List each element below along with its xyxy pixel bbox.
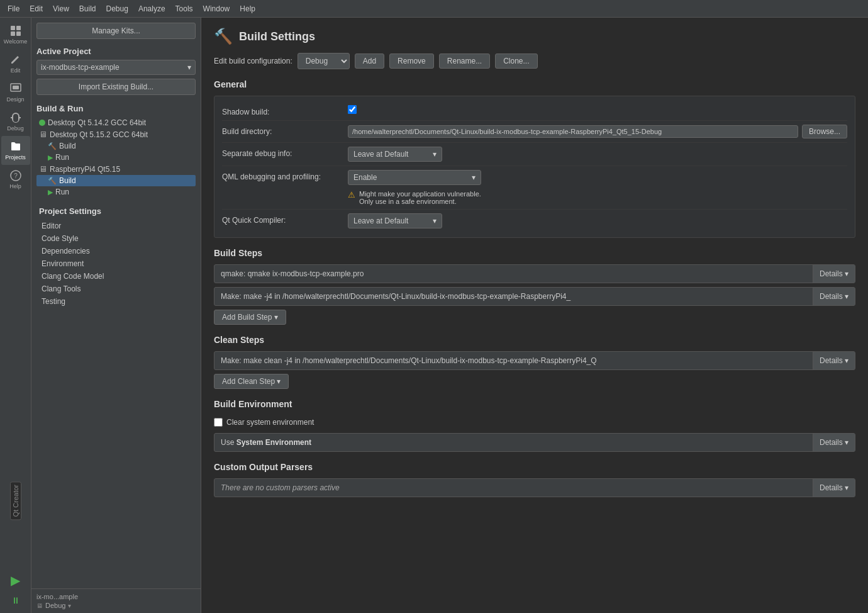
clean-step-make: Make: make clean -j4 in /home/walterprec… xyxy=(214,351,855,370)
sep-debug-dropdown[interactable]: Leave at Default ▾ xyxy=(348,147,442,162)
qml-debug-label: QML debugging and profiling: xyxy=(222,170,348,181)
build-steps-header: Build Steps xyxy=(214,248,855,258)
tree-item-build1[interactable]: 🔨 Build xyxy=(36,140,196,152)
sep-debug-label: Separate debug info: xyxy=(222,147,348,158)
menu-analyze[interactable]: Analyze xyxy=(133,2,170,16)
tree-kit3-label: RaspberryPi4 Qt5.15 xyxy=(50,165,120,174)
import-existing-build-button[interactable]: Import Existing Build... xyxy=(36,79,196,95)
clean-steps-header: Clean Steps xyxy=(214,335,855,345)
sep-debug-row: Separate debug info: Leave at Default ▾ xyxy=(222,143,847,166)
svg-rect-0 xyxy=(11,26,15,30)
build-step-make-text: Make: make -j4 in /home/walterprechtl/Do… xyxy=(221,292,570,301)
browse-button[interactable]: Browse... xyxy=(802,125,847,138)
green-dot-icon xyxy=(39,120,45,126)
build-dir-row: Build directory: /home/walterprechtl/Doc… xyxy=(222,121,847,143)
build-step-qmake-text: qmake: qmake ix-modbus-tcp-example.pro xyxy=(221,269,364,278)
warning-line2: Only use in a safe environment. xyxy=(359,198,481,205)
add-config-button[interactable]: Add xyxy=(355,53,384,69)
qt-quick-dropdown[interactable]: Leave at Default ▾ xyxy=(348,213,442,228)
settings-clang-tools[interactable]: Clang Tools xyxy=(36,283,196,295)
sidebar-item-edit[interactable]: Edit xyxy=(1,49,30,78)
config-row: Edit build configuration: Debug Release … xyxy=(214,53,855,69)
project-dropdown[interactable]: ix-modbus-tcp-example ▾ xyxy=(36,60,196,75)
sidebar-item-debug[interactable]: Debug xyxy=(1,107,30,136)
menu-view[interactable]: View xyxy=(48,2,74,16)
settings-environment[interactable]: Environment xyxy=(36,257,196,270)
parsers-row: There are no custom parsers active Detai… xyxy=(214,478,855,497)
settings-editor[interactable]: Editor xyxy=(36,220,196,232)
warning-block: ⚠ Might make your application vulnerable… xyxy=(348,190,481,205)
tree-kit1-label: Desktop Qt 5.14.2 GCC 64bit xyxy=(48,118,146,127)
sidebar-item-edit-label: Edit xyxy=(11,67,21,74)
manage-kits-button[interactable]: Manage Kits... xyxy=(36,23,196,39)
build-run-title: Build & Run xyxy=(36,104,196,113)
qt-quick-label: Qt Quick Compiler: xyxy=(222,213,348,225)
tree-item-run2[interactable]: ▶ Run xyxy=(36,186,196,198)
menu-build[interactable]: Build xyxy=(74,2,101,16)
no-parsers-text: There are no custom parsers active xyxy=(214,479,813,497)
bottom-run-buttons: ▶ ⏸ xyxy=(8,570,23,613)
menu-file[interactable]: File xyxy=(3,2,25,16)
sidebar-item-projects[interactable]: Projects xyxy=(1,136,30,165)
parsers-details[interactable]: Details ▾ xyxy=(813,479,855,497)
sidebar-item-help[interactable]: ? Help xyxy=(1,165,30,194)
menubar: File Edit View Build Debug Analyze Tools… xyxy=(0,0,868,18)
shadow-build-label: Shadow build: xyxy=(222,105,348,116)
tree-item-build2[interactable]: 🔨 Build xyxy=(36,175,196,186)
add-clean-step-button[interactable]: Add Clean Step ▾ xyxy=(214,374,289,389)
build-settings-title: Build Settings xyxy=(239,30,315,43)
play-icon2: ▶ xyxy=(48,188,53,196)
general-section-header: General xyxy=(214,79,855,89)
clean-step-make-details[interactable]: Details ▾ xyxy=(813,352,855,369)
sidebar-item-debug-label: Debug xyxy=(7,125,24,132)
menu-edit[interactable]: Edit xyxy=(25,2,48,16)
build-settings-header: 🔨 Build Settings xyxy=(214,28,855,45)
sidebar-item-design[interactable]: Design xyxy=(1,78,30,107)
rename-config-button[interactable]: Rename... xyxy=(439,53,490,69)
debug-run-button[interactable]: ⏸ xyxy=(9,593,23,608)
tree-item-run1[interactable]: ▶ Run xyxy=(36,152,196,163)
menu-window[interactable]: Window xyxy=(198,2,235,16)
build-dir-field[interactable]: /home/walterprechtl/Documents/Qt-Linux/b… xyxy=(348,125,798,138)
bottom-project-label: ix-mo...ample xyxy=(36,593,196,600)
run-button[interactable]: ▶ xyxy=(8,570,23,590)
add-build-step-button[interactable]: Add Build Step ▾ xyxy=(214,310,286,325)
settings-code-style[interactable]: Code Style xyxy=(36,232,196,245)
warning-line1: Might make your application vulnerable. xyxy=(359,190,481,198)
tree-build1-label: Build xyxy=(59,142,76,150)
build-env-header: Build Environment xyxy=(214,399,855,409)
remove-config-button[interactable]: Remove xyxy=(389,53,434,69)
shadow-build-row: Shadow build: xyxy=(222,101,847,121)
tree-item-kit2[interactable]: 🖥 Desktop Qt 5.15.2 GCC 64bit xyxy=(36,128,196,140)
menu-help[interactable]: Help xyxy=(235,2,260,16)
clear-env-label: Clear system environment xyxy=(226,418,314,427)
clone-config-button[interactable]: Clone... xyxy=(495,53,537,69)
qt-quick-row: Qt Quick Compiler: Leave at Default ▾ xyxy=(222,210,847,232)
tree-item-kit1[interactable]: Desktop Qt 5.14.2 GCC 64bit xyxy=(36,117,196,128)
sidebar: Manage Kits... Active Project ix-modbus-… xyxy=(31,18,201,613)
settings-testing[interactable]: Testing xyxy=(36,295,196,308)
icon-bar: Welcome Edit Design Debug Projects ? Hel… xyxy=(0,18,31,613)
system-env-details[interactable]: Details ▾ xyxy=(813,434,855,451)
qml-debug-row: QML debugging and profiling: Enable ▾ ⚠ … xyxy=(222,166,847,210)
clean-step-make-text: Make: make clean -j4 in /home/walterprec… xyxy=(221,356,597,365)
qt-creator-badge[interactable]: Qt Creator xyxy=(10,481,21,520)
sidebar-item-help-label: Help xyxy=(9,183,21,189)
build-step-qmake-details[interactable]: Details ▾ xyxy=(813,265,855,283)
settings-clang-code-model[interactable]: Clang Code Model xyxy=(36,270,196,283)
config-select[interactable]: Debug Release xyxy=(298,53,350,69)
qml-debug-dropdown[interactable]: Enable ▾ xyxy=(348,170,481,185)
sidebar-item-welcome[interactable]: Welcome xyxy=(1,20,30,49)
tree-item-kit3[interactable]: 🖥 RaspberryPi4 Qt5.15 xyxy=(36,163,196,175)
build-step-make-details[interactable]: Details ▾ xyxy=(813,288,855,305)
menu-tools[interactable]: Tools xyxy=(170,2,198,16)
clear-env-checkbox[interactable] xyxy=(214,418,223,427)
tree-build2-label: Build xyxy=(59,176,76,185)
settings-dependencies[interactable]: Dependencies xyxy=(36,245,196,257)
main-content: 🔨 Build Settings Edit build configuratio… xyxy=(201,18,868,613)
system-env-row: Use System Environment Details ▾ xyxy=(214,433,855,452)
svg-rect-3 xyxy=(16,31,21,36)
shadow-build-checkbox[interactable] xyxy=(348,105,357,114)
menu-debug[interactable]: Debug xyxy=(101,2,133,16)
svg-rect-1 xyxy=(16,26,21,30)
